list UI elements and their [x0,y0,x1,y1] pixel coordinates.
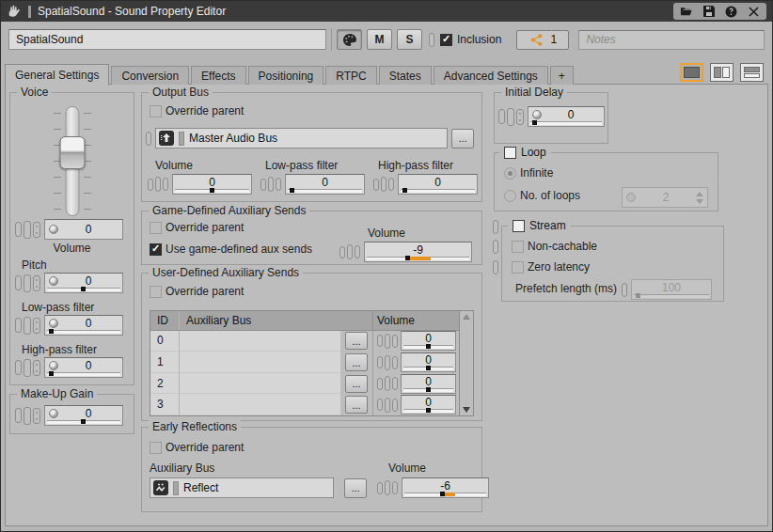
output-bus-browse-button[interactable]: ... [451,129,474,149]
slider-marker[interactable] [426,344,431,349]
fader-handle[interactable] [60,136,86,169]
tab-positioning[interactable]: Positioning [248,66,324,85]
randomizer-icon[interactable] [49,409,58,418]
spinner-arrows[interactable] [696,192,703,204]
row-aux-bus[interactable] [179,352,340,373]
mini-slider[interactable] [403,345,453,349]
table-row[interactable]: 3 ... 0 [150,394,459,415]
initial-delay-field[interactable]: 0 [528,106,605,127]
inclusion-checkbox[interactable] [440,34,452,46]
override-parent-checkbox[interactable] [150,105,162,117]
property-indicators[interactable] [377,376,398,391]
tab-effects[interactable]: Effects [191,66,245,85]
slider-marker[interactable] [290,188,294,193]
property-indicators[interactable] [15,317,40,335]
property-indicators[interactable] [377,480,398,495]
use-game-defined-aux-sends-checkbox[interactable] [150,243,162,256]
property-indicators[interactable] [15,407,40,425]
layout-split-vertical-button[interactable] [710,63,734,82]
property-indicators[interactable] [373,177,394,192]
er-volume-field[interactable]: -6 [402,477,489,498]
stream-checkbox[interactable] [513,220,525,232]
infinite-radio[interactable] [504,167,516,180]
mini-slider[interactable] [403,409,453,413]
aux-send-volume-field[interactable]: 0 [401,395,456,415]
randomizer-icon[interactable] [49,319,58,328]
property-indicators[interactable] [498,108,524,126]
mini-slider[interactable] [47,420,120,424]
mini-slider[interactable] [403,388,453,392]
mini-slider[interactable] [634,294,709,298]
slider-marker[interactable] [81,287,86,291]
override-parent-checkbox[interactable] [150,286,162,298]
aux-bus-browse-button[interactable]: ... [345,396,368,414]
randomizer-icon[interactable] [49,276,58,286]
aux-send-volume-field[interactable]: 0 [401,374,456,394]
references-button[interactable]: 1 [516,30,569,50]
notes-input[interactable] [578,30,765,50]
tab-rtpc[interactable]: RTPC [325,66,376,85]
property-indicators[interactable] [15,359,40,377]
slider-marker[interactable] [426,366,431,370]
add-tab-button[interactable]: + [550,66,574,85]
aux-bus-browse-button[interactable]: ... [345,375,368,393]
link-indicator[interactable] [622,283,627,297]
row-aux-bus[interactable] [179,394,340,415]
randomizer-icon[interactable] [532,110,542,119]
spin-down-icon[interactable] [696,199,703,204]
voice-volume-field[interactable]: 0 [44,219,123,240]
output-lpf-field[interactable]: 0 [285,174,365,195]
slider-marker[interactable] [440,492,445,496]
loop-checkbox[interactable] [504,147,516,159]
solo-button[interactable]: S [397,29,422,50]
link-indicator[interactable] [493,260,498,274]
slider-marker[interactable] [210,188,214,193]
voice-volume-fader[interactable] [48,106,97,216]
override-parent-checkbox[interactable] [150,222,162,234]
property-indicators[interactable] [339,244,360,259]
save-icon[interactable] [702,6,715,18]
slider-marker[interactable] [49,329,54,334]
mini-slider[interactable] [47,372,120,376]
randomizer-icon[interactable] [49,361,58,370]
property-indicators[interactable] [377,398,398,413]
makeup-gain-field[interactable]: 0 [44,405,123,426]
titlebar[interactable]: SpatialSound - Sound Property Editor [1,1,772,22]
row-aux-bus[interactable] [179,331,340,352]
layout-single-button[interactable] [680,63,703,82]
property-indicators[interactable] [377,334,398,349]
property-indicators[interactable] [377,355,398,370]
close-icon[interactable] [748,6,760,18]
slider-marker[interactable] [426,408,431,413]
slider-marker[interactable] [405,256,410,260]
output-volume-field[interactable]: 0 [172,174,252,195]
scroll-down-icon[interactable] [463,407,470,413]
loop-count-spinner[interactable]: 2 [622,187,708,208]
slider-marker[interactable] [402,188,407,193]
randomizer-icon[interactable] [626,193,636,202]
color-button[interactable] [337,29,362,50]
row-aux-bus[interactable] [179,373,340,395]
override-parent-checkbox[interactable] [150,442,162,454]
aux-send-volume-field[interactable]: 0 [401,352,456,372]
slider-marker[interactable] [81,419,86,424]
tab-states[interactable]: States [379,66,432,85]
zero-latency-checkbox[interactable] [512,261,524,274]
aux-bus-browse-button[interactable]: ... [345,332,368,350]
link-indicator[interactable] [493,240,498,254]
slider-marker[interactable] [636,293,640,298]
object-name-input[interactable] [8,29,326,50]
tab-conversion[interactable]: Conversion [111,66,189,85]
slider-marker[interactable] [49,371,54,376]
non-cachable-checkbox[interactable] [512,241,524,253]
voice-hpf-field[interactable]: 0 [44,357,123,378]
open-icon[interactable] [680,6,692,18]
slider-marker[interactable] [426,387,431,392]
er-aux-bus-selector[interactable]: Reflect [150,477,334,498]
tab-general-settings[interactable]: General Settings [5,64,109,86]
voice-lpf-field[interactable]: 0 [44,315,123,336]
table-scrollbar[interactable] [459,311,473,415]
mini-slider[interactable] [367,257,469,260]
mute-button[interactable]: M [367,29,392,50]
table-row[interactable]: 0 ... 0 [150,331,459,352]
